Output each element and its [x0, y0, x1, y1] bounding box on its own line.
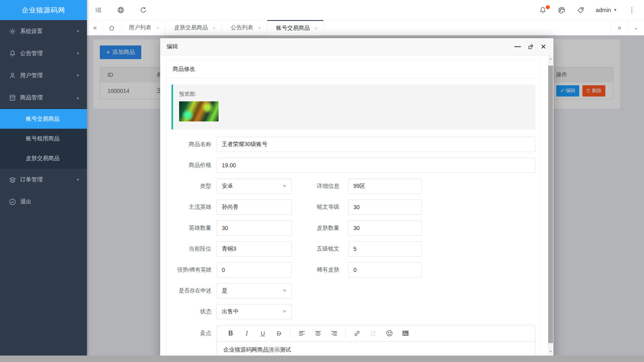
close-icon[interactable]: × — [213, 25, 216, 31]
align-left-icon[interactable] — [294, 328, 310, 339]
refresh-icon — [140, 6, 147, 14]
sidebar-subitem-label: 账号交易商品 — [26, 115, 60, 123]
modal-title: 编辑 — [167, 43, 178, 50]
chevron-down-icon — [283, 185, 287, 187]
align-right-icon[interactable] — [326, 328, 342, 339]
emoji-icon[interactable] — [381, 328, 397, 339]
chevron-up-icon: ▲ — [76, 96, 80, 100]
palette-icon — [558, 6, 566, 14]
tab-announcement-list[interactable]: 公告列表× — [222, 20, 267, 35]
card-title: 商品修改 — [166, 60, 540, 78]
image-icon[interactable] — [397, 328, 413, 339]
product-price-input[interactable] — [217, 158, 535, 173]
tab-skin-trade[interactable]: 皮肤交易商品× — [165, 20, 222, 35]
close-icon[interactable]: × — [258, 25, 261, 31]
sidebar-subitem-label: 皮肤交易商品 — [26, 155, 60, 162]
scroll-up-arrow[interactable]: ▲ — [548, 56, 553, 61]
field-label: 卖点 — [171, 325, 217, 341]
skin-count-input[interactable] — [348, 220, 422, 236]
tab-account-trade[interactable]: 账号交易商品× — [267, 20, 324, 35]
link-icon[interactable] — [349, 328, 365, 339]
field-label: 铭文等级 — [292, 204, 348, 211]
app-logo: 企业猫源码网 — [0, 0, 87, 20]
notifications-button[interactable] — [533, 0, 552, 20]
edit-modal: 编辑 — ✕ 商品修改 预览图: 商品名称 — [160, 38, 553, 362]
maximize-icon — [528, 44, 534, 50]
minimize-button[interactable]: — — [514, 43, 521, 50]
field-label: 强势/稀有英雄 — [171, 266, 217, 274]
sidebar: 企业猫源码网 系统设置 ▼ 公告管理 ▼ 用户管理 ▼ 商品管理 ▲ 账号交易商… — [0, 0, 87, 356]
field-label: 当前段位 — [171, 245, 217, 253]
tabs-scroll-left-button[interactable]: « — [87, 20, 103, 35]
preview-thumbnail[interactable] — [179, 101, 219, 121]
underline-icon[interactable]: U — [255, 328, 271, 339]
field-label: 商品名称 — [171, 141, 217, 148]
home-tab[interactable] — [103, 20, 120, 35]
field-label: 是否存在申述 — [171, 287, 217, 294]
close-button[interactable]: ✕ — [540, 43, 547, 50]
align-center-icon[interactable] — [310, 328, 326, 339]
scroll-down-arrow[interactable]: ▼ — [548, 348, 553, 354]
tab-label: 皮肤交易商品 — [174, 24, 208, 31]
admin-menu[interactable]: admin ▼ — [590, 0, 623, 20]
unlink-icon[interactable] — [365, 328, 381, 339]
notification-badge — [546, 5, 550, 9]
theme-button[interactable] — [552, 0, 571, 20]
admin-label: admin — [596, 7, 611, 13]
type-select[interactable]: 安卓 — [217, 179, 292, 194]
more-menu-button[interactable]: ⋮ — [623, 0, 641, 20]
rune5-input[interactable] — [348, 241, 422, 257]
sidebar-item-orders[interactable]: 订单管理 ▼ — [0, 169, 87, 191]
language-button[interactable] — [109, 0, 132, 20]
main-hero-input[interactable] — [217, 200, 292, 215]
close-icon[interactable]: × — [315, 25, 318, 31]
scrollbar-thumb[interactable] — [548, 66, 553, 343]
sidebar-item-products[interactable]: 商品管理 ▲ — [0, 86, 87, 109]
rare-hero-input[interactable] — [217, 262, 292, 278]
collapse-menu-button[interactable] — [87, 0, 109, 20]
close-icon[interactable]: × — [156, 25, 159, 31]
tab-user-list[interactable]: 用户列表× — [120, 20, 165, 35]
sidebar-item-skin-trade[interactable]: 皮肤交易商品 — [0, 148, 87, 168]
field-label: 五级铭文 — [292, 245, 348, 253]
layers-icon — [9, 176, 16, 183]
toolbar-divider — [290, 329, 291, 338]
sidebar-item-announcements[interactable]: 公告管理 ▼ — [0, 42, 87, 64]
sidebar-item-logout[interactable]: 退出 — [0, 191, 87, 213]
modal-header[interactable]: 编辑 — ✕ — [160, 38, 553, 56]
sidebar-item-label: 用户管理 — [20, 72, 43, 79]
window-bottom-edge — [0, 356, 644, 362]
rare-skin-input[interactable] — [348, 262, 422, 278]
hero-count-input[interactable] — [217, 220, 292, 236]
rank-input[interactable] — [217, 241, 292, 257]
strikethrough-icon[interactable]: D — [271, 328, 287, 339]
italic-icon[interactable]: I — [239, 328, 255, 339]
refresh-button[interactable] — [132, 0, 155, 20]
sidebar-item-label: 订单管理 — [20, 176, 43, 183]
topbar: admin ▼ ⋮ — [87, 0, 644, 20]
tab-label: 用户列表 — [129, 24, 151, 31]
modal-body: 商品修改 预览图: 商品名称 商品价格 类型 — [160, 56, 548, 362]
maximize-button[interactable] — [527, 43, 534, 50]
tag-button[interactable] — [571, 0, 590, 20]
chevron-down-icon: ▼ — [76, 29, 80, 33]
sidebar-item-users[interactable]: 用户管理 ▼ — [0, 64, 87, 86]
modal-scrollbar[interactable]: ▲ ▼ — [548, 56, 553, 362]
rune-level-input[interactable] — [348, 200, 422, 215]
home-icon — [108, 25, 115, 31]
field-label: 主流英雄 — [171, 204, 217, 211]
tabs-menu-button[interactable]: ⌄ — [627, 20, 644, 35]
collapse-menu-icon — [95, 6, 102, 14]
product-name-input[interactable] — [217, 137, 535, 152]
sidebar-item-account-rent[interactable]: 账号租用商品 — [0, 129, 87, 148]
status-select[interactable]: 出售中 — [217, 304, 292, 319]
sidebar-item-account-trade[interactable]: 账号交易商品 — [0, 109, 87, 129]
appeal-select[interactable]: 是 — [217, 283, 292, 298]
product-edit-card: 商品修改 预览图: 商品名称 商品价格 类型 — [166, 60, 541, 362]
sidebar-item-system-settings[interactable]: 系统设置 ▼ — [0, 20, 87, 42]
tabs-scroll-right-button[interactable]: » — [611, 20, 627, 35]
tab-bar: « 用户列表× 皮肤交易商品× 公告列表× 账号交易商品× » ⌄ — [87, 20, 644, 35]
bold-icon[interactable]: B — [223, 328, 239, 339]
globe-icon — [117, 6, 124, 14]
detail-input[interactable] — [348, 179, 422, 194]
